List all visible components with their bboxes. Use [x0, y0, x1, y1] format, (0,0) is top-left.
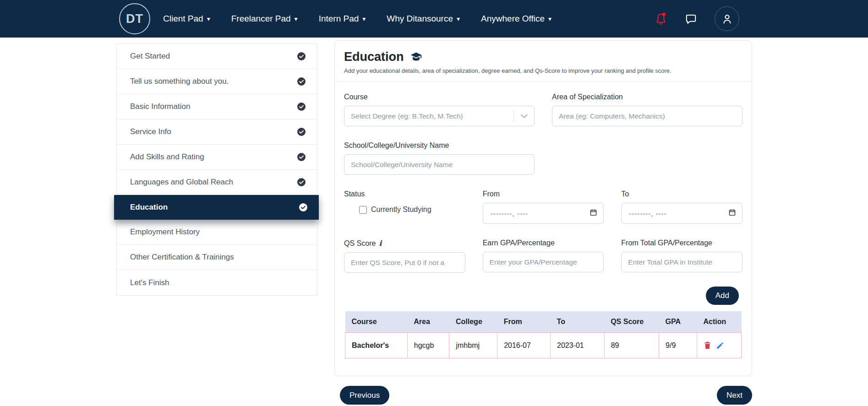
menu-anywhere-office[interactable]: Anywhere Office ▾: [481, 14, 551, 24]
profile-avatar[interactable]: [715, 6, 739, 31]
from-month-input[interactable]: --------, ----: [483, 203, 604, 224]
next-button[interactable]: Next: [717, 386, 752, 405]
caret-down-icon: ▾: [548, 16, 551, 22]
sidebar-item-label: Get Started: [130, 52, 297, 61]
sidebar-item-label: Other Certification & Trainings: [130, 253, 306, 262]
sidebar-item-label: Employment History: [130, 227, 306, 237]
sidebar-item-label: Service Info: [130, 127, 297, 136]
sidebar-item-get-started[interactable]: Get Started: [117, 44, 317, 69]
sidebar-item-label: Languages and Global Reach: [130, 178, 297, 187]
area-input[interactable]: [552, 106, 742, 126]
previous-button[interactable]: Previous: [340, 386, 389, 405]
check-circle-icon: [297, 178, 306, 186]
top-navbar: DT Client Pad ▾ Freelancer Pad ▾ Intern …: [0, 0, 868, 38]
course-select[interactable]: Select Degree (eg: B.Tech, M.Tech): [344, 106, 535, 126]
table-header-row: Course Area College From To QS Score GPA…: [345, 311, 742, 333]
steps-sidebar: Get Started Tell us something about you.…: [116, 43, 317, 296]
sidebar-item-languages-and-global-reach[interactable]: Languages and Global Reach: [117, 170, 317, 195]
sidebar-item-label: Education: [130, 203, 299, 212]
menu-freelancer-pad[interactable]: Freelancer Pad ▾: [231, 14, 298, 24]
calendar-icon[interactable]: [590, 208, 597, 218]
qs-score-label-text: QS Score: [344, 239, 376, 247]
sidebar-item-label: Let's Finish: [130, 278, 306, 287]
check-circle-icon: [299, 203, 307, 211]
qs-score-input[interactable]: [344, 252, 465, 273]
delete-icon[interactable]: [704, 341, 711, 350]
page-title-text: Education: [344, 50, 404, 64]
col-qs-score: QS Score: [604, 311, 659, 333]
caret-down-icon: ▾: [207, 16, 210, 22]
menu-label: Freelancer Pad: [231, 14, 291, 24]
menu-intern-pad[interactable]: Intern Pad ▾: [319, 14, 366, 24]
school-input[interactable]: [344, 154, 535, 175]
menu-label: Anywhere Office: [481, 14, 545, 24]
page-subtitle: Add your educational details, area of sp…: [344, 67, 742, 74]
sidebar-item-basic-information[interactable]: Basic Information: [117, 94, 317, 119]
cell-area: hgcgb: [407, 333, 449, 358]
col-action: Action: [697, 311, 742, 333]
info-icon: i: [379, 239, 382, 248]
cell-course: Bachelor's: [345, 333, 408, 358]
check-circle-icon: [297, 128, 306, 136]
col-from: From: [497, 311, 551, 333]
qs-score-label: QS Scorei: [344, 239, 465, 248]
sidebar-item-label: Tell us something about you.: [130, 77, 297, 86]
col-to: To: [551, 311, 605, 333]
education-form: Course Select Degree (eg: B.Tech, M.Tech…: [335, 81, 752, 358]
col-course: Course: [345, 311, 408, 333]
cell-action: [697, 333, 742, 358]
check-circle-icon: [297, 103, 306, 111]
brand-logo[interactable]: DT: [119, 3, 150, 34]
education-card: Education Add your educational details, …: [334, 40, 752, 376]
col-area: Area: [407, 311, 449, 333]
to-month-input[interactable]: --------, ----: [621, 203, 742, 224]
chat-icon[interactable]: [685, 13, 697, 25]
menu-label: Client Pad: [163, 14, 203, 24]
sidebar-item-label: Add Skills and Rating: [130, 152, 297, 162]
chevron-down-icon: [514, 114, 534, 119]
cell-to: 2023-01: [551, 333, 605, 358]
check-circle-icon: [297, 153, 306, 161]
brand-logo-text: DT: [126, 12, 143, 26]
add-button[interactable]: Add: [706, 287, 739, 305]
sidebar-item-label: Basic Information: [130, 102, 297, 111]
col-college: College: [449, 311, 497, 333]
sidebar-item-lets-finish[interactable]: Let's Finish: [117, 270, 317, 295]
navbar-icons: [655, 6, 739, 31]
table-row: Bachelor's hgcgb jmhbmj 2016-07 2023-01 …: [345, 333, 742, 358]
total-gpa-label: From Total GPA/Percentage: [621, 239, 742, 247]
school-label: School/College/University Name: [344, 141, 535, 150]
education-table: Course Area College From To QS Score GPA…: [345, 311, 742, 358]
earn-gpa-label: Earn GPA/Percentage: [483, 239, 604, 247]
cell-from: 2016-07: [497, 333, 551, 358]
menu-why-ditansource[interactable]: Why Ditansource ▾: [387, 14, 460, 24]
status-label: Status: [344, 190, 465, 198]
sidebar-item-add-skills-and-rating[interactable]: Add Skills and Rating: [117, 145, 317, 170]
earn-gpa-input[interactable]: [483, 252, 604, 272]
currently-studying-label: Currently Studying: [371, 206, 431, 214]
to-label: To: [621, 190, 742, 198]
sidebar-item-education[interactable]: Education: [114, 195, 319, 220]
sidebar-item-tell-us-about-you[interactable]: Tell us something about you.: [117, 69, 317, 94]
total-gpa-input[interactable]: [621, 252, 742, 272]
cell-college: jmhbmj: [449, 333, 497, 358]
cell-qs-score: 89: [604, 333, 659, 358]
to-month-placeholder: --------, ----: [629, 210, 728, 217]
edit-icon[interactable]: [716, 341, 724, 350]
person-icon: [721, 13, 733, 25]
calendar-icon[interactable]: [728, 208, 736, 218]
menu-label: Why Ditansource: [387, 14, 453, 24]
caret-down-icon: ▾: [457, 16, 460, 22]
sidebar-item-other-certification-trainings[interactable]: Other Certification & Trainings: [117, 245, 317, 270]
sidebar-item-employment-history[interactable]: Employment History: [117, 220, 317, 245]
course-label: Course: [344, 93, 535, 101]
sidebar-item-service-info[interactable]: Service Info: [117, 119, 317, 145]
caret-down-icon: ▾: [362, 16, 366, 22]
menu-client-pad[interactable]: Client Pad ▾: [163, 14, 210, 24]
notifications-bell-icon[interactable]: [655, 12, 667, 26]
from-month-placeholder: --------, ----: [491, 210, 590, 217]
card-header: Education Add your educational details, …: [335, 41, 752, 81]
wizard-navigation: Previous Next: [334, 386, 752, 405]
cell-gpa: 9/9: [659, 333, 697, 358]
currently-studying-checkbox[interactable]: [359, 206, 367, 214]
